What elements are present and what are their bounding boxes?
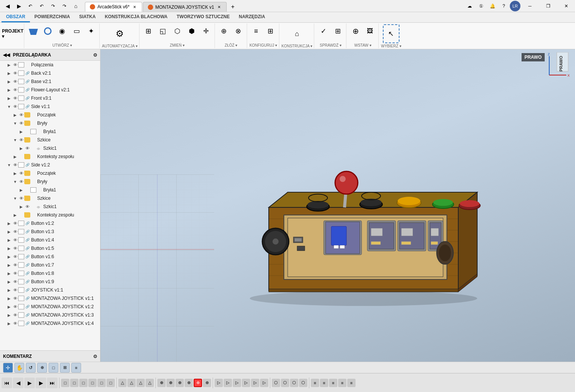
- tree-item-joystick_v1_1[interactable]: ▶👁🔗JOYSTICK v1:1: [0, 286, 100, 294]
- tree-expand-back[interactable]: ▶: [6, 70, 12, 76]
- tree-eye-button_v1_7[interactable]: 👁: [12, 262, 18, 268]
- tree-expand-bryly1[interactable]: ▼: [12, 120, 18, 126]
- tree-eye-montazowa_v1_4[interactable]: 👁: [12, 320, 18, 326]
- tree-eye-bryly1[interactable]: 👁: [18, 120, 24, 126]
- bottom-icon-29[interactable]: ≡: [338, 379, 346, 387]
- sidebar-toggle-icon[interactable]: ◀◀: [3, 52, 10, 58]
- tree-eye-szkic1_1[interactable]: 👁: [24, 145, 30, 151]
- shell-btn[interactable]: ⬡: [171, 24, 184, 38]
- tree-expand-szkice2[interactable]: ▼: [12, 195, 18, 201]
- display-mode-icon[interactable]: ≡: [71, 363, 81, 373]
- tree-expand-button_v1_7[interactable]: ▶: [6, 262, 12, 268]
- bottom-icon-6[interactable]: △: [118, 379, 127, 387]
- sidebar-comment-pin[interactable]: ⊙: [93, 354, 97, 359]
- tree-eye-polaczenia[interactable]: 👁: [12, 62, 18, 68]
- bottom-icon-22[interactable]: ⬡: [272, 379, 280, 387]
- tree-eye-button_v1_5[interactable]: 👁: [12, 245, 18, 251]
- maximize-button[interactable]: ❐: [539, 0, 557, 12]
- nav-control-0[interactable]: ⏮: [2, 378, 12, 388]
- counter-icon[interactable]: ①: [476, 1, 486, 11]
- tree-expand-poczatek2[interactable]: ▶: [12, 170, 18, 176]
- bottom-icon-20[interactable]: ▷: [251, 379, 259, 387]
- tree-eye-joystick_v1_1[interactable]: 👁: [12, 287, 18, 293]
- bottom-icon-11[interactable]: ⊕: [166, 379, 175, 387]
- bottom-icon-3[interactable]: □: [88, 379, 97, 387]
- box-select-icon[interactable]: □: [49, 363, 58, 373]
- bottom-icon-18[interactable]: ▷: [233, 379, 241, 387]
- joint-btn[interactable]: ⊕: [217, 24, 231, 38]
- tree-expand-front[interactable]: ▶: [6, 95, 12, 101]
- tree-eye-base[interactable]: 👁: [12, 78, 18, 85]
- tree-item-button_v1_3[interactable]: ▶👁🔗Button v1:3: [0, 227, 100, 236]
- canvas-btn[interactable]: 🖼: [363, 24, 377, 38]
- tree-item-montazowa_v1_2[interactable]: ▶👁🔗MONTAZOWA JOYSTICK v1:2: [0, 303, 100, 311]
- manage-materials-btn[interactable]: ⊞: [264, 24, 277, 38]
- bottom-icon-19[interactable]: ▷: [242, 379, 250, 387]
- bottom-icon-15[interactable]: ⊕: [203, 379, 211, 387]
- loft-btn[interactable]: ▭: [70, 24, 83, 38]
- profile-icon[interactable]: LR: [510, 1, 520, 11]
- tree-eye-side_v1_1[interactable]: 👁: [12, 103, 18, 110]
- new-tab-button[interactable]: +: [227, 2, 238, 12]
- construction-btn[interactable]: ⌂: [288, 24, 305, 43]
- home-btn[interactable]: ⌂: [71, 1, 81, 11]
- bottom-icon-28[interactable]: ≡: [329, 379, 337, 387]
- tree-item-bryla2_1[interactable]: ▶Bryła1: [0, 186, 100, 194]
- sidebar-content[interactable]: ▶👁Połączenia▶👁🔗Back v2:1▶👁🔗Base v2:1▶👁🔗F…: [0, 61, 100, 350]
- tree-expand-flower[interactable]: ▶: [6, 87, 12, 93]
- tree-eye-montazowa_v1_2[interactable]: 👁: [12, 304, 18, 310]
- parameters-btn[interactable]: ≡: [249, 24, 263, 38]
- tree-item-button_v1_8[interactable]: ▶👁🔗Button v1:8: [0, 269, 100, 278]
- tree-eye-button_v1_3[interactable]: 👁: [12, 229, 18, 235]
- tree-item-button_v1_4[interactable]: ▶👁🔗Button v1:4: [0, 236, 100, 244]
- tree-expand-side_v1_2[interactable]: ▼: [6, 162, 12, 168]
- tree-expand-base[interactable]: ▶: [6, 78, 12, 85]
- tree-item-button_v1_5[interactable]: ▶👁🔗Button v1:5: [0, 244, 100, 252]
- tree-item-szkice2[interactable]: ▼👁Szkice: [0, 194, 100, 202]
- tree-item-button_v1_6[interactable]: ▶👁🔗Button v1:6: [0, 252, 100, 261]
- tree-expand-konteksty1[interactable]: ▶: [12, 154, 18, 160]
- bottom-icon-27[interactable]: ≡: [320, 379, 328, 387]
- tree-expand-button_v1_2[interactable]: ▶: [6, 220, 12, 226]
- forward-nav-btn[interactable]: ▶: [14, 1, 24, 11]
- minimize-button[interactable]: ─: [521, 0, 539, 12]
- close-button[interactable]: ✕: [558, 0, 575, 12]
- tree-item-szkic1_1[interactable]: ▶👁⌯Szkic1: [0, 144, 100, 152]
- tab-montazowa[interactable]: MONTAZOWA JOYSTICK v1 ✕: [143, 2, 227, 12]
- bottom-icon-16[interactable]: ▷: [215, 379, 223, 387]
- tree-eye-bryly2[interactable]: 👁: [18, 179, 24, 185]
- tree-eye-button_v1_8[interactable]: 👁: [12, 270, 18, 276]
- bottom-icon-30[interactable]: ≡: [347, 379, 356, 387]
- fillet-btn[interactable]: ◱: [156, 24, 170, 38]
- tree-expand-button_v1_3[interactable]: ▶: [6, 229, 12, 235]
- bottom-icon-23[interactable]: ⬡: [281, 379, 289, 387]
- tree-expand-szkic2_1[interactable]: ▶: [18, 204, 24, 210]
- bottom-icon-1[interactable]: □: [70, 379, 78, 387]
- bottom-icon-24[interactable]: ⬡: [290, 379, 298, 387]
- zoom-icon[interactable]: ⊕: [37, 363, 47, 373]
- coil-btn[interactable]: ✦: [84, 24, 98, 38]
- tree-expand-button_v1_9[interactable]: ▶: [6, 279, 12, 285]
- chamfer-btn[interactable]: ⊞: [142, 24, 155, 38]
- tree-expand-montazowa_v1_1[interactable]: ▶: [6, 295, 12, 301]
- pan-icon[interactable]: ✋: [14, 363, 24, 373]
- tree-expand-montazowa_v1_2[interactable]: ▶: [6, 304, 12, 310]
- select-btn[interactable]: ↖: [383, 24, 400, 43]
- revolve-btn[interactable]: [41, 24, 55, 38]
- bell-icon[interactable]: 🔔: [487, 1, 498, 11]
- menu-tab-siatka[interactable]: SIATKA: [75, 12, 100, 22]
- bottom-icon-8[interactable]: △: [136, 379, 145, 387]
- tree-expand-bryly2[interactable]: ▼: [12, 179, 18, 185]
- tree-item-polaczenia[interactable]: ▶👁Połączenia: [0, 61, 100, 69]
- extrude-btn[interactable]: [27, 24, 40, 38]
- bottom-icon-17[interactable]: ▷: [224, 379, 232, 387]
- back-nav-btn[interactable]: ◀: [2, 1, 13, 11]
- tree-item-button_v1_9[interactable]: ▶👁🔗Button v1:9: [0, 278, 100, 286]
- tab-montazowa-close[interactable]: ✕: [216, 5, 222, 10]
- tree-expand-button_v1_4[interactable]: ▶: [6, 237, 12, 243]
- inspect-btn[interactable]: ⊞: [331, 24, 345, 38]
- help-icon[interactable]: ?: [498, 1, 509, 11]
- bottom-icon-2[interactable]: □: [79, 379, 88, 387]
- bottom-icon-7[interactable]: △: [127, 379, 136, 387]
- undo-btn[interactable]: ↶: [25, 1, 36, 11]
